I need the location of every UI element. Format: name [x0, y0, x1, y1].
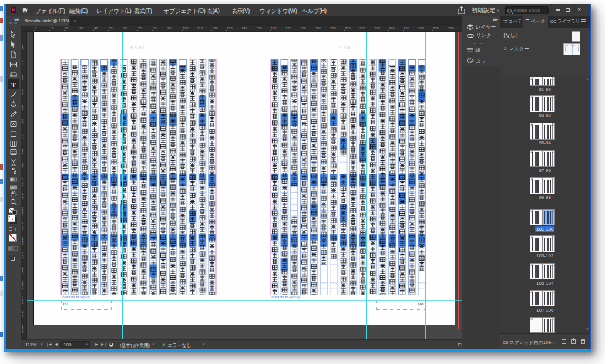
svg-text:T: T [11, 81, 16, 89]
